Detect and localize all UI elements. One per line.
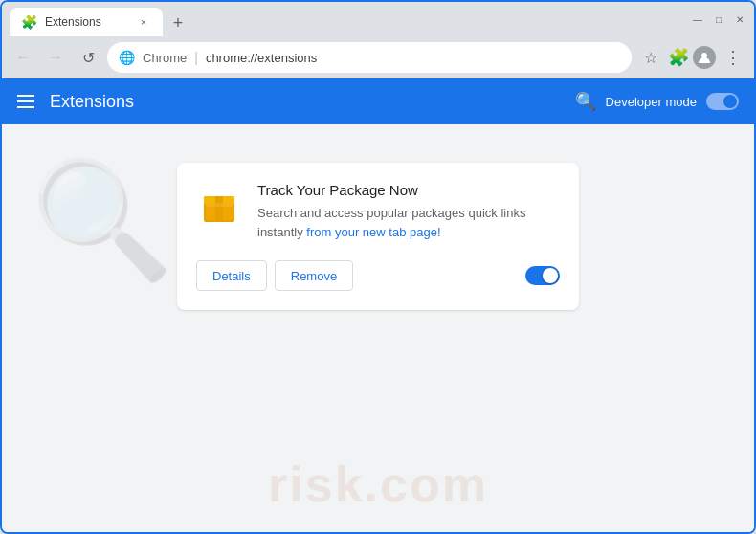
bookmark-button[interactable]: ☆: [637, 44, 664, 71]
extension-card: Track Your Package Now Search and access…: [177, 163, 579, 310]
extension-name: Track Your Package Now: [257, 182, 525, 198]
refresh-button[interactable]: ↺: [75, 44, 101, 71]
forward-button[interactable]: →: [42, 44, 69, 71]
tab-strip: 🧩 Extensions × +: [10, 2, 687, 36]
extension-toggle-knob: [543, 268, 558, 283]
nav-bar: ← → ↺ 🌐 Chrome | chrome://extensions ☆ 🧩…: [2, 36, 754, 78]
desc-part1: Search and access popular packages quick…: [257, 206, 525, 220]
details-button[interactable]: Details: [196, 260, 267, 291]
tab-close-btn[interactable]: ×: [136, 14, 151, 30]
site-name: Chrome: [143, 51, 187, 65]
extension-toggle[interactable]: [525, 266, 560, 285]
desc-part2: instantly: [257, 225, 306, 239]
remove-button[interactable]: Remove: [275, 260, 353, 291]
hamburger-menu[interactable]: [17, 95, 34, 108]
watermark-text: risk.com: [268, 456, 488, 513]
minimize-button[interactable]: —: [691, 12, 704, 26]
svg-rect-6: [206, 203, 233, 207]
back-button[interactable]: ←: [10, 44, 36, 71]
extension-icon: [196, 182, 242, 228]
desc-highlight: from your new tab page!: [306, 225, 440, 239]
title-bar: 🧩 Extensions × + — □ ✕: [2, 2, 754, 36]
security-icon: 🌐: [119, 50, 135, 65]
address-bar[interactable]: 🌐 Chrome | chrome://extensions: [107, 42, 632, 73]
search-icon[interactable]: 🔍: [575, 91, 596, 112]
developer-mode-controls: 🔍 Developer mode: [575, 91, 739, 112]
maximize-button[interactable]: □: [712, 12, 725, 26]
active-tab[interactable]: 🧩 Extensions ×: [10, 8, 163, 36]
extension-info: Track Your Package Now Search and access…: [257, 182, 525, 241]
extensions-header: Extensions 🔍 Developer mode: [2, 78, 754, 124]
profile-avatar[interactable]: [693, 46, 716, 69]
developer-mode-label: Developer mode: [606, 95, 697, 109]
close-button[interactable]: ✕: [733, 12, 746, 26]
extension-description: Search and access popular packages quick…: [257, 204, 525, 241]
page-title: Extensions: [50, 92, 560, 112]
url-display: chrome://extensions: [206, 51, 317, 65]
tab-favicon: 🧩: [21, 14, 37, 30]
window-controls: — □ ✕: [691, 12, 746, 26]
developer-mode-toggle[interactable]: [706, 93, 739, 110]
nav-right-controls: ☆ 🧩 ⋮: [637, 44, 746, 71]
extensions-content: 🔍: [2, 124, 754, 532]
toggle-knob: [723, 95, 737, 108]
extension-card-top: Track Your Package Now Search and access…: [196, 182, 560, 241]
new-tab-button[interactable]: +: [165, 10, 191, 36]
bg-magnifier-decoration: 🔍: [31, 153, 174, 288]
browser-window: 🧩 Extensions × + — □ ✕ ← → ↺ 🌐 Chrome | …: [0, 0, 756, 534]
chrome-menu-button[interactable]: ⋮: [720, 44, 746, 71]
svg-rect-3: [215, 196, 223, 204]
extension-puzzle-icon[interactable]: 🧩: [668, 47, 689, 68]
extension-actions: Details Remove: [196, 260, 560, 291]
separator: |: [194, 50, 198, 65]
tab-title: Extensions: [45, 15, 128, 29]
